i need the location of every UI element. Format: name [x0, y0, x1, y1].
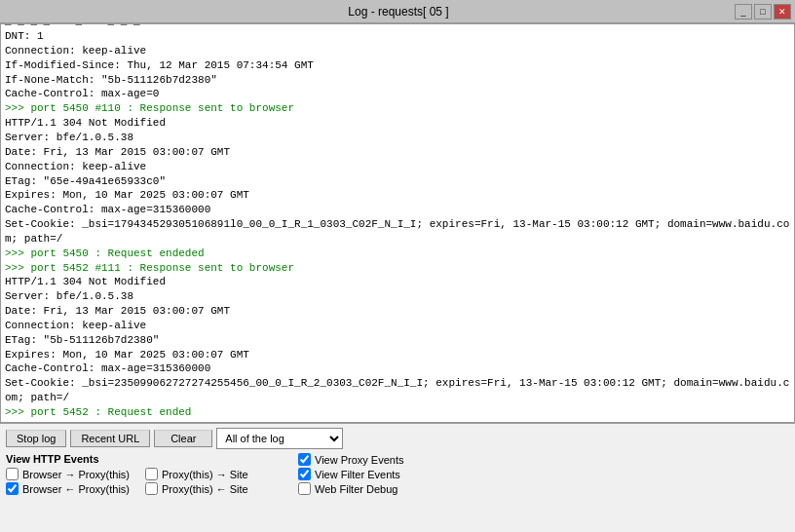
checkbox-label-cb1[interactable]: Browser → Proxy(this) [22, 469, 130, 480]
log-line: ETag: "5b-511126b7d2380" [5, 333, 790, 348]
bottom-controls: Stop log Recent URL Clear All of the log… [0, 423, 795, 499]
minimize-button[interactable]: _ [735, 4, 752, 19]
log-line: >>> port 5450 #110 : Response sent to br… [5, 101, 790, 116]
checkbox-cb3[interactable] [6, 482, 19, 495]
log-line: Cache-Control: max-age=315360000 [5, 203, 790, 217]
controls-row2: View HTTP Events Browser → Proxy(this)Pr… [6, 453, 789, 497]
right-checkbox-row: View Filter Events [298, 468, 512, 480]
log-area[interactable]: Accept-Encoding: gzip, deflateReferer: h… [0, 23, 795, 423]
log-line: Server: bfe/1.0.5.38 [5, 289, 790, 304]
checkbox-label-cb2[interactable]: Proxy(this) → Site [162, 469, 248, 480]
log-line: >>> port 5452 #111 : Response sent to br… [5, 261, 790, 276]
log-line: Connection: keep-alive [5, 160, 790, 174]
checkbox-label-cb3[interactable]: Browser ← Proxy(this) [22, 483, 130, 495]
log-line: HTTP/1.1 304 Not Modified [5, 275, 790, 289]
maximize-button[interactable]: □ [754, 4, 772, 19]
checkbox-rcb3[interactable] [298, 482, 311, 495]
checkbox-label-cb4[interactable]: Proxy(this) ← Site [162, 483, 248, 495]
right-checkbox-row: Web Filter Debug [298, 482, 512, 495]
checkbox-row: Browser → Proxy(this)Proxy(this) → Site [6, 468, 288, 480]
log-line: Connection: keep-alive [5, 44, 790, 58]
log-line: Server: bfe/1.0.5.38 [5, 131, 790, 145]
checkbox-cb4[interactable] [145, 482, 158, 495]
log-line: Expires: Mon, 10 Mar 2025 03:00:07 GMT [5, 348, 790, 362]
log-line: Date: Fri, 13 Mar 2015 03:00:07 GMT [5, 145, 790, 160]
checkbox-cb2[interactable] [145, 468, 158, 480]
checkbox-cb1[interactable] [6, 468, 19, 480]
close-button[interactable]: ✕ [774, 4, 791, 19]
window-controls: _ □ ✕ [735, 4, 791, 19]
log-line: Set-Cookie: _bsi=235099062727274255456_0… [5, 376, 790, 405]
log-line: Expires: Mon, 10 Mar 2025 03:00:07 GMT [5, 188, 790, 203]
checkbox-label-rcb3[interactable]: Web Filter Debug [315, 483, 398, 495]
right-checkbox-row: View Proxy Events [298, 453, 512, 466]
http-events-section: View HTTP Events Browser → Proxy(this)Pr… [6, 453, 288, 497]
title-bar: Log - requests[ 05 ] _ □ ✕ [0, 0, 795, 23]
log-filter-dropdown[interactable]: All of the logErrors onlyRequests onlyRe… [216, 428, 343, 449]
http-events-label: View HTTP Events [6, 453, 288, 465]
checkbox-label-rcb1[interactable]: View Proxy Events [315, 454, 404, 466]
proxy-events-section: View Proxy EventsView Filter EventsWeb F… [288, 453, 512, 497]
log-line: Cache-Control: max-age=315360000 [5, 361, 790, 376]
recent-url-button[interactable]: Recent URL [70, 430, 150, 447]
stop-log-button[interactable]: Stop log [6, 430, 66, 447]
window-title: Log - requests[ 05 ] [62, 5, 735, 19]
checkbox-rcb1[interactable] [298, 453, 311, 466]
log-line: ETag: "65e-49a41e65933c0" [5, 174, 790, 189]
log-line: If-None-Match: "5b-511126b7d2380" [5, 73, 790, 88]
log-line: HTTP/1.1 304 Not Modified [5, 116, 790, 131]
log-line: Cache-Control: max-age=0 [5, 87, 790, 101]
log-line: Connection: keep-alive [5, 319, 790, 333]
log-line: >>> port 5450 : Request endeded [5, 247, 790, 261]
log-line: DNT: 1 [5, 29, 790, 44]
checkbox-rcb2[interactable] [298, 468, 311, 480]
clear-button[interactable]: Clear [154, 430, 212, 447]
checkbox-group: Browser → Proxy(this)Proxy(this) → SiteB… [6, 468, 288, 497]
log-line: Set-Cookie: _bsi=179434529305106891l0_00… [5, 217, 790, 247]
controls-row1: Stop log Recent URL Clear All of the log… [6, 428, 789, 449]
log-line: >>> port 5452 : Request ended [5, 405, 790, 420]
log-line: If-Modified-Since: Thu, 12 Mar 2015 07:3… [5, 58, 790, 73]
checkbox-label-rcb2[interactable]: View Filter Events [315, 469, 400, 480]
log-line: Date: Fri, 13 Mar 2015 03:00:07 GMT [5, 304, 790, 319]
checkbox-row: Browser ← Proxy(this)Proxy(this) ← Site [6, 482, 288, 495]
